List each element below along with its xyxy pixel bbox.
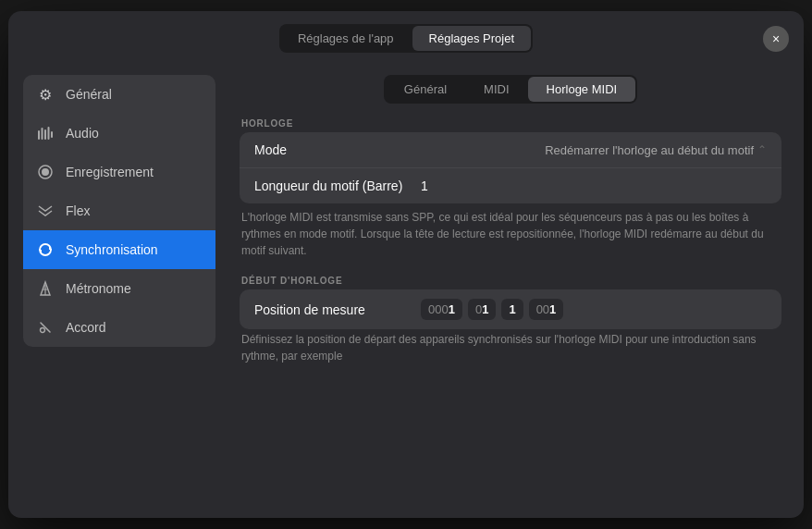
svg-point-6 (42, 168, 49, 176)
mode-label: Mode (254, 142, 421, 157)
sidebar-item-accord[interactable]: Accord (23, 308, 215, 347)
sidebar-item-enregistrement[interactable]: Enregistrement (23, 153, 215, 191)
mode-value[interactable]: Redémarrer l'horloge au début du motif ⌃ (421, 143, 767, 157)
svg-rect-0 (38, 130, 40, 140)
horloge-card: Mode Redémarrer l'horloge au début du mo… (240, 132, 781, 203)
pos-val-3: 1 (509, 302, 515, 316)
position-field-1[interactable]: 0001 (421, 299, 462, 320)
svg-rect-3 (48, 127, 50, 140)
sidebar-label-accord: Accord (66, 320, 106, 335)
sidebar-item-metronome[interactable]: Métronome (23, 269, 215, 308)
gear-icon: ⚙ (36, 85, 55, 104)
metronome-icon (36, 279, 55, 298)
tab-project-settings[interactable]: Réglages Projet (412, 26, 532, 51)
position-field-2[interactable]: 01 (468, 299, 496, 320)
modal-header: Réglages de l'app Réglages Projet × (8, 11, 804, 66)
modal-body: ⚙ Général Audio (8, 66, 804, 518)
settings-modal: Réglages de l'app Réglages Projet × ⚙ Gé… (8, 11, 804, 518)
longueur-label: Longueur du motif (Barre) (254, 178, 421, 193)
sidebar-label-synchronisation: Synchronisation (66, 242, 158, 257)
top-tab-switcher: Réglages de l'app Réglages Projet (279, 24, 533, 53)
pos-val-1: 1 (449, 302, 455, 316)
tab-horloge-midi[interactable]: Horloge MIDI (528, 77, 636, 102)
sidebar: ⚙ Général Audio (8, 66, 230, 518)
sidebar-item-general[interactable]: ⚙ Général (23, 75, 215, 114)
close-button[interactable]: × (763, 26, 789, 52)
sidebar-menu: ⚙ Général Audio (23, 75, 215, 347)
tune-icon (36, 318, 55, 337)
debut-card: Position de mesure 0001 01 1 (240, 289, 781, 329)
tab-midi[interactable]: MIDI (465, 77, 527, 102)
mode-stepper: ⌃ (757, 143, 767, 156)
svg-point-13 (41, 328, 45, 333)
debut-section-label: DÉBUT D'HORLOGE (240, 276, 781, 286)
pos-prefix-2: 0 (475, 302, 482, 316)
pos-val-4: 1 (549, 302, 556, 316)
sidebar-label-audio: Audio (66, 126, 99, 141)
position-fields: 0001 01 1 001 (421, 299, 563, 320)
tab-app-settings[interactable]: Réglages de l'app (281, 26, 411, 51)
svg-rect-2 (44, 129, 46, 140)
svg-rect-1 (42, 128, 43, 140)
pos-prefix-1: 000 (428, 302, 449, 316)
horloge-section-label: HORLOGE (240, 118, 781, 129)
pos-prefix-4: 00 (536, 302, 549, 316)
position-label: Position de mesure (254, 302, 421, 317)
flex-icon (36, 202, 55, 220)
mode-row: Mode Redémarrer l'horloge au début du mo… (240, 132, 781, 168)
sidebar-label-metronome: Métronome (66, 281, 131, 296)
record-icon (36, 163, 55, 181)
sidebar-label-general: Général (66, 87, 112, 102)
svg-rect-4 (51, 131, 53, 138)
main-content: Général MIDI Horloge MIDI HORLOGE Mode R… (230, 66, 804, 518)
sync-icon (36, 240, 55, 259)
sidebar-item-audio[interactable]: Audio (23, 114, 215, 153)
sidebar-item-flex[interactable]: Flex (23, 191, 215, 230)
sidebar-item-synchronisation[interactable]: Synchronisation (23, 230, 215, 269)
debut-description: Définissez la position de départ des app… (240, 329, 781, 364)
position-field-3[interactable]: 1 (501, 299, 523, 320)
audio-icon (36, 124, 55, 142)
position-row: Position de mesure 0001 01 1 (240, 289, 781, 329)
longueur-row: Longueur du motif (Barre) 1 (240, 168, 781, 203)
position-field-4[interactable]: 001 (529, 299, 564, 320)
tab-general[interactable]: Général (386, 77, 465, 102)
longueur-value[interactable]: 1 (421, 178, 428, 193)
sidebar-label-enregistrement: Enregistrement (66, 165, 154, 179)
horloge-section: HORLOGE Mode Redémarrer l'horloge au déb… (240, 118, 781, 264)
content-tabs: Général MIDI Horloge MIDI (384, 75, 637, 104)
sidebar-label-flex: Flex (66, 203, 90, 218)
horloge-description: L'horloge MIDI est transmise sans SPP, c… (240, 203, 781, 264)
pos-val-2: 1 (482, 302, 488, 316)
mode-value-text: Redémarrer l'horloge au début du motif (545, 143, 754, 157)
debut-section: DÉBUT D'HORLOGE Position de mesure 0001 … (240, 276, 781, 364)
